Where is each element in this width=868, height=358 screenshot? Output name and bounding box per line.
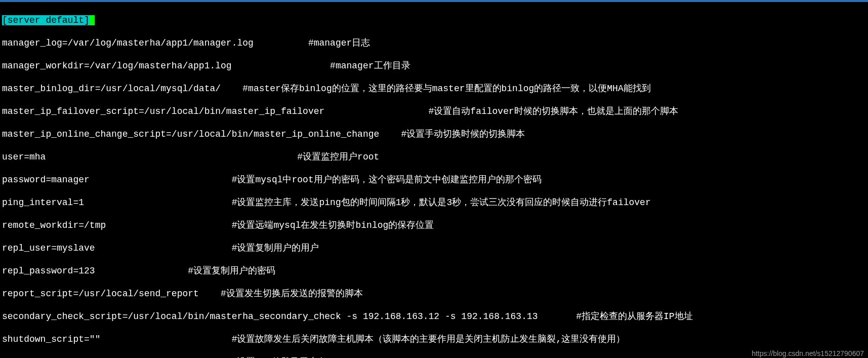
- config-line: master_ip_failover_script=/usr/local/bin…: [2, 106, 866, 117]
- config-line: manager_log=/var/log/masterha/app1/manag…: [2, 37, 866, 49]
- config-line: secondary_check_script=/usr/local/bin/ma…: [2, 311, 866, 323]
- config-section-header: [server default]: [2, 15, 866, 26]
- config-line: report_script=/usr/local/send_report #设置…: [2, 288, 866, 300]
- config-line: shutdown_script="" #设置故障发生后关闭故障主机脚本（该脚本的…: [2, 334, 866, 345]
- config-line: ssh_user=root #设置ssh的登录用户名: [2, 356, 866, 359]
- highlighted-section: [server default]: [2, 15, 90, 25]
- config-line: ping_interval=1 #设置监控主库，发送ping包的时间间隔1秒，默…: [2, 197, 866, 209]
- config-line: remote_workdir=/tmp #设置远端mysql在发生切换时binl…: [2, 220, 866, 231]
- config-line: master_ip_online_change_script=/usr/loca…: [2, 129, 866, 140]
- config-line: repl_user=myslave #设置复制用户的用户: [2, 243, 866, 254]
- config-line: manager_workdir=/var/log/masterha/app1.l…: [2, 60, 866, 72]
- config-line: master_binlog_dir=/usr/local/mysql/data/…: [2, 83, 866, 95]
- cursor: [90, 15, 95, 25]
- terminal-output[interactable]: [server default] manager_log=/var/log/ma…: [0, 2, 868, 358]
- config-line: user=mha #设置监控用户root: [2, 151, 866, 163]
- config-line: password=manager #设置mysql中root用户的密码，这个密码…: [2, 174, 866, 186]
- config-line: repl_password=123 #设置复制用户的密码: [2, 265, 866, 277]
- watermark-url: https://blog.csdn.net/s15212790607: [752, 349, 864, 359]
